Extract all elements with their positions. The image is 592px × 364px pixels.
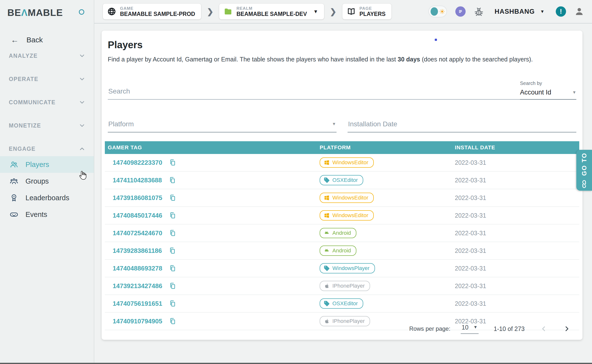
sidebar-section-communicate[interactable]: COMMUNICATE bbox=[0, 97, 94, 107]
sidebar-item-players[interactable]: Players bbox=[0, 156, 94, 173]
gamer-tag-link[interactable]: 14739213427486 bbox=[113, 282, 162, 290]
gamer-tag-link[interactable]: 14740845017446 bbox=[113, 212, 162, 219]
topbar-controls: HASHBANG ▼ ! bbox=[428, 6, 592, 17]
install-date: 2022-03-31 bbox=[455, 177, 579, 184]
sidebar-section-engage[interactable]: ENGAGE bbox=[0, 144, 94, 154]
sidebar-item-label: Events bbox=[25, 211, 47, 219]
copy-button[interactable] bbox=[169, 229, 176, 237]
platform-icon bbox=[324, 159, 330, 166]
sidebar-item-groups[interactable]: Groups bbox=[0, 173, 94, 189]
sidebar-section-operate[interactable]: OPERATE bbox=[0, 74, 94, 84]
alert-button[interactable]: ! bbox=[556, 6, 566, 17]
platform-label: Android bbox=[332, 247, 351, 254]
gamer-tag-link[interactable]: 14740982223370 bbox=[113, 159, 162, 166]
players-panel: Players Find a player by Account Id, Gam… bbox=[102, 31, 582, 340]
table-row[interactable]: 14740982223370 WindowsEditor 2022-03-31 bbox=[105, 154, 579, 172]
copy-button[interactable] bbox=[169, 265, 176, 272]
copy-icon bbox=[169, 300, 176, 307]
theme-knob-icon bbox=[431, 7, 438, 16]
table-row[interactable]: 14739213427486 IPhonePlayer 2022-03-31 bbox=[105, 277, 579, 295]
theme-toggle[interactable] bbox=[428, 6, 447, 17]
gamer-tag-link[interactable]: 14740725424670 bbox=[113, 229, 162, 237]
copy-icon bbox=[169, 194, 176, 201]
breadcrumb-kind: PAGE bbox=[360, 6, 386, 11]
sidebar-item-label: Players bbox=[25, 161, 49, 169]
list-icon bbox=[457, 8, 464, 15]
platform-badge: OSXEditor bbox=[320, 298, 363, 309]
sidebar-item-events[interactable]: Events bbox=[0, 206, 94, 223]
goto-label: GO TO bbox=[581, 153, 588, 176]
filters-row: Platform ▼ bbox=[108, 120, 576, 132]
copy-icon bbox=[169, 265, 176, 272]
breadcrumb-value: BEAMABLE SAMPLE-DEV bbox=[236, 11, 307, 17]
platform-badge: WindowsEditor bbox=[320, 193, 374, 203]
installation-date-input[interactable] bbox=[348, 120, 576, 128]
sidebar-item-leaderboards[interactable]: Leaderboards bbox=[0, 189, 94, 206]
gamer-tag-link[interactable]: 14739283861186 bbox=[113, 247, 162, 255]
back-button[interactable]: ← Back bbox=[0, 34, 94, 46]
breadcrumb: GAME BEAMABLE SAMPLE-PROD ❯ REALM BEAMAB… bbox=[103, 4, 391, 19]
chevron-up-icon bbox=[79, 145, 85, 152]
gamer-tag-link[interactable]: 14740756191651 bbox=[113, 300, 162, 307]
chevron-down-icon: ▼ bbox=[332, 122, 336, 127]
avatar[interactable] bbox=[574, 7, 584, 16]
search-input[interactable] bbox=[108, 85, 520, 100]
install-date: 2022-03-31 bbox=[455, 265, 579, 272]
table-row[interactable]: 14740488693278 WindowsPlayer 2022-03-31 bbox=[105, 260, 579, 277]
blue-dot bbox=[435, 39, 437, 41]
sun-icon bbox=[439, 8, 445, 15]
copy-button[interactable] bbox=[169, 282, 176, 290]
copy-icon bbox=[169, 247, 176, 254]
platform-icon bbox=[324, 300, 330, 307]
table-row[interactable]: 14740725424670 Android 2022-03-31 bbox=[105, 224, 579, 242]
copy-button[interactable] bbox=[169, 247, 176, 254]
platform-select[interactable]: Platform ▼ bbox=[108, 120, 337, 132]
copy-button[interactable] bbox=[169, 212, 176, 219]
rows-per-page-select[interactable]: 10 ▼ bbox=[461, 324, 479, 334]
breadcrumb-page-chip[interactable]: PAGE PLAYERS bbox=[342, 4, 392, 19]
sidebar-section-monetize[interactable]: MONETIZE bbox=[0, 121, 94, 130]
table-row[interactable]: 14739186081075 WindowsEditor 2022-03-31 bbox=[105, 189, 579, 207]
book-icon bbox=[347, 7, 356, 16]
changelog-menu-button[interactable] bbox=[455, 6, 466, 17]
table-row[interactable]: 14740756191651 OSXEditor 2022-03-31 bbox=[105, 295, 579, 313]
copy-button[interactable] bbox=[169, 194, 176, 201]
copy-button[interactable] bbox=[169, 176, 176, 184]
folder-icon bbox=[224, 7, 232, 16]
table-row[interactable]: 14741104283688 OSXEditor 2022-03-31 bbox=[105, 172, 579, 189]
platform-badge: WindowsEditor bbox=[320, 210, 374, 221]
previous-page-button[interactable] bbox=[540, 325, 548, 333]
sidebar-nav: ANALYZE OPERATE COMMUNICATE MONETIZE ENG… bbox=[0, 51, 94, 223]
chevron-down-icon: ▼ bbox=[572, 90, 576, 95]
next-page-button[interactable] bbox=[563, 325, 571, 333]
table-row[interactable]: 14739283861186 Android 2022-03-31 bbox=[105, 242, 579, 260]
breadcrumb-realm-chip[interactable]: REALM BEAMABLE SAMPLE-DEV ▼ bbox=[219, 4, 324, 19]
page-description: Find a player by Account Id, Gamertag or… bbox=[108, 56, 576, 63]
gamer-tag-link[interactable]: 14741104283688 bbox=[113, 176, 162, 184]
copy-button[interactable] bbox=[169, 300, 176, 307]
search-by-select[interactable]: Search by Account Id▼ bbox=[520, 81, 576, 100]
goto-button[interactable]: GO TO bbox=[576, 150, 592, 191]
install-date: 2022-03-31 bbox=[455, 282, 579, 290]
gamer-tag-link[interactable]: 14740488693278 bbox=[113, 265, 162, 272]
bug-report-button[interactable] bbox=[474, 7, 484, 16]
install-date: 2022-03-31 bbox=[455, 247, 579, 254]
platform-icon bbox=[324, 177, 330, 183]
sidebar-item-label: Leaderboards bbox=[25, 194, 69, 202]
column-header-platform: PLATFORM bbox=[320, 144, 455, 151]
copy-button[interactable] bbox=[169, 159, 176, 166]
section-label: OPERATE bbox=[9, 76, 38, 82]
chevron-down-icon[interactable]: ▼ bbox=[313, 9, 318, 14]
account-menu[interactable]: HASHBANG ▼ bbox=[495, 8, 544, 15]
search-row: Search by Account Id▼ bbox=[108, 81, 576, 100]
sidebar-collapse-toggle-icon[interactable] bbox=[79, 9, 84, 15]
sidebar-item-label: Groups bbox=[25, 177, 49, 185]
breadcrumb-game-chip[interactable]: GAME BEAMABLE SAMPLE-PROD bbox=[103, 4, 201, 19]
logo-text: BE bbox=[7, 7, 21, 18]
table-row[interactable]: 14740845017446 WindowsEditor 2022-03-31 bbox=[105, 207, 579, 224]
sidebar-section-analyze[interactable]: ANALYZE bbox=[0, 51, 94, 61]
logo-text: MABLE bbox=[28, 7, 63, 18]
installation-date-field bbox=[348, 120, 576, 132]
gamer-tag-link[interactable]: 14739186081075 bbox=[113, 194, 162, 202]
platform-label: OSXEditor bbox=[332, 177, 358, 183]
